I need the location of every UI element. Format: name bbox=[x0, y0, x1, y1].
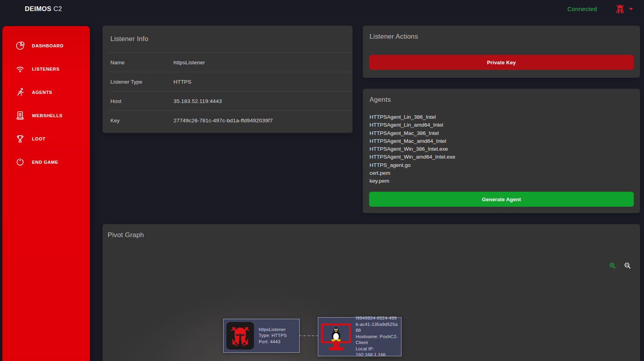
agent-node-hostname: Hostname: PoshC2-Client bbox=[356, 334, 398, 345]
listener-info-header: Listener Info bbox=[108, 26, 353, 53]
info-row-name: Name httpsListener bbox=[108, 53, 353, 72]
sidebar-item-listeners[interactable]: LISTENERS bbox=[2, 57, 90, 80]
sidebar-item-dashboard[interactable]: DASHBOARD bbox=[2, 34, 90, 57]
pie-chart-icon bbox=[15, 40, 25, 51]
info-value: HTTPS bbox=[174, 79, 191, 85]
sidebar-item-label: WEBSHELLS bbox=[32, 113, 63, 118]
top-bar: DEIMOSC2 Connected bbox=[0, 0, 644, 18]
listener-node-details: httpsListener Type: HTTPS Port: 4443 bbox=[259, 327, 287, 345]
chevron-down-icon[interactable] bbox=[629, 8, 633, 10]
pivot-graph-panel: Pivot Graph bbox=[103, 224, 640, 361]
sidebar-item-label: LISTENERS bbox=[32, 67, 60, 71]
user-menu-button[interactable] bbox=[614, 3, 626, 15]
linux-tux-monitor-icon bbox=[321, 324, 351, 350]
generate-agent-button[interactable]: Generate Agent bbox=[369, 192, 634, 207]
agent-file[interactable]: HTTPSAgent_Win_amd64_Intel.exe bbox=[370, 153, 633, 161]
info-label: Host bbox=[110, 98, 174, 104]
sidebar-item-loot[interactable]: LOOT bbox=[2, 127, 90, 150]
monitor-stand bbox=[333, 343, 339, 347]
listener-info-panel: Listener Info Name httpsListener Listene… bbox=[103, 26, 353, 133]
magnifier-plus-icon bbox=[609, 262, 616, 269]
agent-file[interactable]: key.pem bbox=[370, 177, 633, 185]
panel-title: Agents bbox=[370, 96, 391, 104]
agent-file[interactable]: cert.pem bbox=[370, 169, 633, 177]
sidebar-nav: DASHBOARD LISTENERS AGENTS bbox=[2, 26, 90, 361]
panel-title: Listener Actions bbox=[370, 33, 418, 41]
info-row-listener-type: Listener Type HTTPS bbox=[108, 72, 353, 92]
spartan-helmet-icon bbox=[615, 4, 625, 14]
sidebar-item-label: DASHBOARD bbox=[32, 43, 63, 48]
spartan-helmet-icon bbox=[226, 322, 254, 350]
sidebar-item-end-game[interactable]: END GAME bbox=[2, 150, 90, 174]
agents-panel: Agents HTTPSAgent_Lin_386_Intel HTTPSAge… bbox=[363, 89, 640, 213]
info-label: Listener Type bbox=[110, 79, 174, 85]
power-icon bbox=[15, 157, 25, 167]
agent-file-list: HTTPSAgent_Lin_386_Intel HTTPSAgent_Lin_… bbox=[370, 113, 633, 185]
monitor-base bbox=[329, 347, 343, 350]
sidebar-item-webshells[interactable]: WEBSHELLS bbox=[2, 104, 90, 127]
sidebar-item-label: AGENTS bbox=[32, 90, 52, 95]
sidebar-item-label: LOOT bbox=[32, 137, 45, 141]
sidebar-item-label: END GAME bbox=[32, 160, 58, 165]
wifi-icon bbox=[15, 64, 25, 74]
trophy-icon bbox=[15, 133, 25, 144]
private-key-button[interactable]: Private Key bbox=[369, 55, 634, 70]
graph-node-listener[interactable]: httpsListener Type: HTTPS Port: 4443 bbox=[223, 319, 300, 353]
zoom-in-button[interactable] bbox=[609, 262, 616, 269]
panel-title: Listener Info bbox=[110, 35, 148, 43]
info-row-key: Key 27749c26-781c-497c-bd1a-ffd9492039f7 bbox=[108, 111, 353, 130]
magnifier-minus-icon bbox=[624, 262, 631, 269]
document-icon bbox=[15, 110, 25, 121]
listener-actions-panel: Listener Actions Private Key bbox=[363, 26, 640, 78]
agent-file[interactable]: HTTPSAgent_Mac_amd64_Intel bbox=[370, 137, 633, 145]
info-label: Name bbox=[110, 60, 174, 65]
agent-file[interactable]: HTTPSAgent_Win_386_Intel.exe bbox=[370, 145, 633, 153]
listener-node-type: Type: HTTPS bbox=[259, 333, 287, 338]
connection-status: Connected bbox=[567, 6, 597, 12]
sidebar-item-agents[interactable]: AGENTS bbox=[2, 80, 90, 104]
running-person-icon bbox=[15, 87, 25, 97]
app-title-secondary: C2 bbox=[54, 5, 62, 12]
agent-node-id: f9949924-9524-499b-ac41-135a9d525a88 bbox=[356, 315, 398, 334]
agent-file[interactable]: HTTPSAgent_Lin_386_Intel bbox=[370, 113, 633, 121]
agent-node-local-ip: Local IP: 192.168.1.166 bbox=[356, 346, 386, 357]
info-row-host: Host 35.183.52.119:4443 bbox=[108, 92, 353, 111]
listener-node-name: httpsListener bbox=[259, 327, 286, 332]
agent-file[interactable]: HTTPSAgent_Mac_386_Intel bbox=[370, 129, 633, 137]
info-value: httpsListener bbox=[174, 60, 205, 65]
listener-node-port: Port: 4443 bbox=[259, 339, 280, 344]
topbar-right-group: Connected bbox=[567, 3, 633, 15]
graph-edge bbox=[299, 335, 318, 336]
app-title-primary: DEIMOS bbox=[25, 5, 52, 12]
agent-file[interactable]: HTTPSAgent_Lin_amd64_Intel bbox=[370, 121, 633, 129]
panel-title: Pivot Graph bbox=[108, 231, 144, 239]
graph-node-agent[interactable]: f9949924-9524-499b-ac41-135a9d525a88 Hos… bbox=[318, 317, 401, 356]
monitor-screen bbox=[321, 324, 351, 343]
app-title: DEIMOSC2 bbox=[25, 5, 62, 13]
zoom-out-button[interactable] bbox=[624, 262, 631, 269]
info-label: Key bbox=[110, 118, 174, 123]
info-value: 35.183.52.119:4443 bbox=[174, 98, 222, 104]
agent-node-details: f9949924-9524-499b-ac41-135a9d525a88 Hos… bbox=[356, 315, 398, 358]
agent-file[interactable]: HTTPS_agent.go bbox=[370, 161, 633, 169]
info-value: 27749c26-781c-497c-bd1a-ffd9492039f7 bbox=[174, 118, 273, 123]
